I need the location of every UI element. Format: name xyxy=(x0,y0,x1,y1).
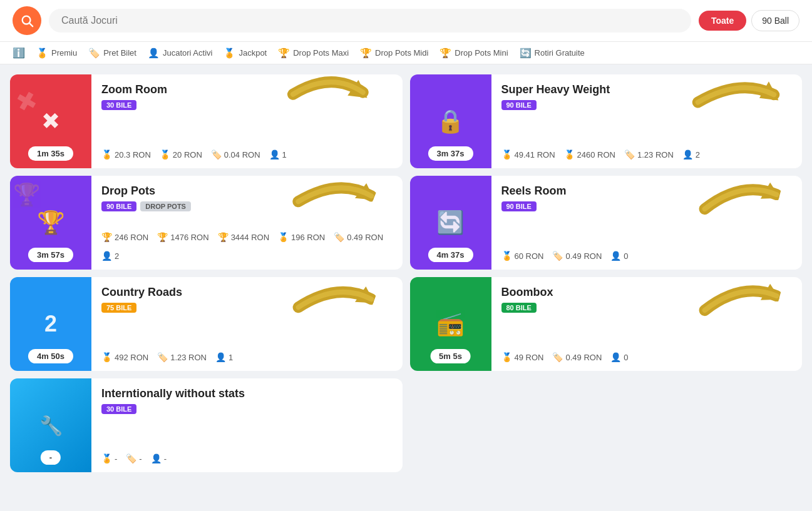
timer-badge: 3m 57s xyxy=(28,248,73,262)
thumb-icon: 🔧 xyxy=(39,415,63,437)
stat-players: 👤 1 xyxy=(269,149,287,159)
game-thumb-reels: 🔄 4m 37s xyxy=(410,176,491,270)
game-title: Boombox xyxy=(501,286,793,299)
game-info: Country Roads 75 BILE 🏅 492 RON 🏷️ 1.23 … xyxy=(91,277,403,371)
game-card-zoom-room[interactable]: ✖ ✖ 1m 35s Zoom Room 30 BILE 🏅 20.3 RON … xyxy=(10,74,403,168)
stats-row: 🏅 49 RON 🏷️ 0.49 RON 👤 0 xyxy=(501,352,793,362)
toate-button[interactable]: Toate xyxy=(699,11,746,31)
badge-row: 75 BILE xyxy=(101,303,393,313)
stats-row: 🏅 20.3 RON 🏅 20 RON 🏷️ 0.04 RON 👤 1 xyxy=(101,149,393,159)
badge-row: 90 BILE xyxy=(501,100,793,110)
game-thumb-zoom-room: ✖ ✖ 1m 35s xyxy=(10,74,91,168)
game-card-super-heavy-weight[interactable]: 🔒 3m 37s Super Heavy Weight 90 BILE 🏅 49… xyxy=(410,74,803,168)
svg-line-1 xyxy=(29,23,33,26)
badge-bile: 90 BILE xyxy=(101,201,136,211)
game-card-intentionally[interactable]: 🔧 - Interntionally without stats 30 BILE… xyxy=(10,378,403,472)
filter-drop-pots-maxi[interactable]: 🏆 Drop Pots Maxi xyxy=(278,48,349,59)
game-title: Zoom Room xyxy=(101,83,393,96)
stats-row: 🏅 492 RON 🏷️ 1.23 RON 👤 1 xyxy=(101,352,393,362)
game-info: Drop Pots 90 BILE DROP POTS 🏆 246 RON 🏆 … xyxy=(91,176,403,270)
game-thumb-country: 2 4m 50s xyxy=(10,277,91,371)
game-title: Drop Pots xyxy=(101,185,393,198)
badge-bile: 80 BILE xyxy=(501,303,537,313)
search-icon xyxy=(20,14,34,28)
stats-row: 🏅 49.41 RON 🏅 2460 RON 🏷️ 1.23 RON 👤 2 xyxy=(501,149,793,159)
timer-badge: 3m 37s xyxy=(428,146,473,161)
filter-jackpot[interactable]: 🏅 Jackpot xyxy=(224,48,267,59)
thumb-icon: 🔄 xyxy=(436,210,465,236)
badge-bile: 90 BILE xyxy=(501,100,537,110)
filter-drop-pots-midi[interactable]: 🏆 Drop Pots Midi xyxy=(360,48,428,59)
game-title: Reels Room xyxy=(501,185,793,198)
thumb-icon: 🔒 xyxy=(436,108,465,134)
game-card-boombox[interactable]: 📻 5m 5s Boombox 80 BILE 🏅 49 RON 🏷️ 0.49… xyxy=(410,277,803,371)
game-title: Super Heavy Weight xyxy=(501,83,793,96)
search-input[interactable] xyxy=(61,15,679,26)
thumb-icon: 📻 xyxy=(436,311,465,337)
game-thumb-intentionally: 🔧 - xyxy=(10,378,91,472)
badge-bile: 75 BILE xyxy=(101,303,136,313)
stats-row: 🏆 246 RON 🏆 1476 RON 🏆 3444 RON 🏅 196 RO… xyxy=(101,232,393,261)
game-grid: ✖ ✖ 1m 35s Zoom Room 30 BILE 🏅 20.3 RON … xyxy=(0,64,812,482)
thumb-icon: 2 xyxy=(44,311,57,337)
game-title: Country Roads xyxy=(101,286,393,299)
header: Toate 90 Ball xyxy=(0,0,812,42)
badge-bile: 90 BILE xyxy=(501,201,537,211)
filter-jucatori-activi[interactable]: 👤 Jucatori Activi xyxy=(148,48,212,59)
filter-pret-bilet[interactable]: 🏷️ Pret Bilet xyxy=(88,48,136,59)
game-info: Super Heavy Weight 90 BILE 🏅 49.41 RON 🏅… xyxy=(491,74,803,168)
thumb-icon: ✖ xyxy=(41,108,60,134)
stat-premiu: 🏅 20.3 RON xyxy=(101,149,151,159)
badge-row: 30 BILE xyxy=(101,404,393,414)
badge-row: 90 BILE DROP POTS xyxy=(101,201,393,211)
timer-badge: 5m 5s xyxy=(430,349,471,363)
stats-row: 🏅 - 🏷️ - 👤 - xyxy=(101,453,393,463)
badge-bile: 30 BILE xyxy=(101,404,136,414)
game-info: Reels Room 90 BILE 🏅 60 RON 🏷️ 0.49 RON … xyxy=(491,176,803,270)
timer-badge: 4m 37s xyxy=(428,248,473,262)
info-icon[interactable]: ℹ️ xyxy=(13,47,25,59)
badge-bile: 30 BILE xyxy=(101,100,136,110)
game-thumb-shw: 🔒 3m 37s xyxy=(410,74,491,168)
stats-row: 🏅 60 RON 🏷️ 0.49 RON 👤 0 xyxy=(501,251,793,261)
search-icon-button[interactable] xyxy=(13,6,41,35)
filter-bar: ℹ️ 🏅 Premiu 🏷️ Pret Bilet 👤 Jucatori Act… xyxy=(0,42,812,64)
filter-rotiri-gratuite[interactable]: 🔄 Rotiri Gratuite xyxy=(520,48,585,59)
stat-pret: 🏷️ 0.04 RON xyxy=(211,149,260,159)
header-right: Toate 90 Ball xyxy=(699,10,799,31)
game-card-reels-room[interactable]: 🔄 4m 37s Reels Room 90 BILE 🏅 60 RON 🏷️ … xyxy=(410,176,803,270)
filter-premiu[interactable]: 🏅 Premiu xyxy=(36,48,77,59)
search-wrapper xyxy=(49,9,691,33)
filter-drop-pots-mini[interactable]: 🏆 Drop Pots Mini xyxy=(439,48,508,59)
badge-row: 30 BILE xyxy=(101,100,393,110)
badge-row: 80 BILE xyxy=(501,303,793,313)
game-thumb-boombox: 📻 5m 5s xyxy=(410,277,491,371)
game-info: Zoom Room 30 BILE 🏅 20.3 RON 🏅 20 RON 🏷️… xyxy=(91,74,403,168)
game-card-drop-pots[interactable]: 🏆 🏆 3m 57s Drop Pots 90 BILE DROP POTS 🏆… xyxy=(10,176,403,270)
game-info: Boombox 80 BILE 🏅 49 RON 🏷️ 0.49 RON 👤 0 xyxy=(491,277,803,371)
90ball-button[interactable]: 90 Ball xyxy=(751,10,799,31)
timer-badge: 1m 35s xyxy=(28,146,73,161)
timer-badge: - xyxy=(41,450,61,465)
badge-drop: DROP POTS xyxy=(140,201,191,211)
timer-badge: 4m 50s xyxy=(28,349,73,363)
stat-jackpot: 🏅 20 RON xyxy=(160,149,202,159)
thumb-icon: 🏆 xyxy=(37,210,65,236)
game-thumb-drop-pots: 🏆 🏆 3m 57s xyxy=(10,176,91,270)
game-info: Interntionally without stats 30 BILE 🏅 -… xyxy=(91,378,403,472)
badge-row: 90 BILE xyxy=(501,201,793,211)
game-card-country-roads[interactable]: 2 4m 50s Country Roads 75 BILE 🏅 492 RON… xyxy=(10,277,403,371)
game-title: Interntionally without stats xyxy=(101,387,393,400)
